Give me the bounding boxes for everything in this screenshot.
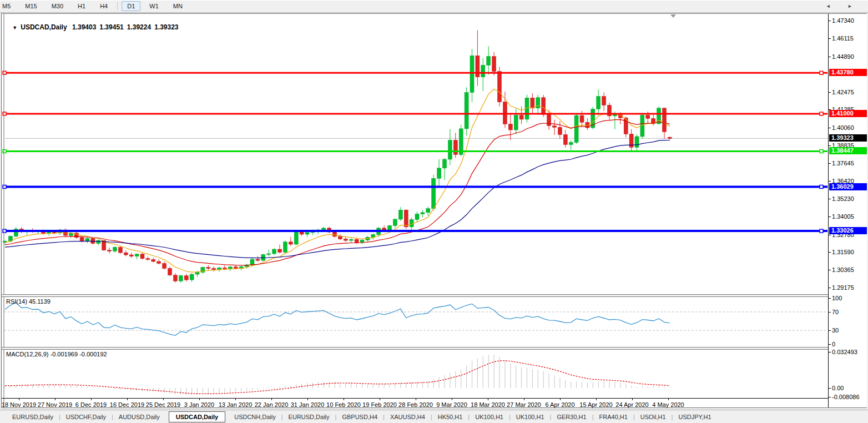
symbol-tab-eurusd-daily[interactable]: EURUSD,Daily	[7, 412, 59, 422]
chart-window: ▼USDCAD,Daily 1.394031.394511.392241.393…	[1, 13, 867, 408]
tick-mark	[829, 21, 831, 21]
date-label: 22 Jan 2020	[255, 401, 289, 408]
symbol-tab-xauusd-h4[interactable]: XAUUSD,H4	[385, 412, 431, 422]
price-tick: 1.42475	[832, 88, 854, 96]
date-label: 6 Dec 2019	[75, 401, 107, 408]
timeframe-button-m5[interactable]: M5	[0, 1, 16, 11]
chart-header: ▼USDCAD,Daily 1.394031.394511.392241.393…	[5, 16, 182, 39]
date-label: 25 Dec 2019	[146, 401, 180, 408]
tick-mark	[829, 397, 831, 397]
price-tick: 1.35230	[832, 195, 854, 203]
date-label: 10 Feb 2020	[326, 401, 361, 408]
one-click-trading-arrow-icon[interactable]: ▼	[12, 25, 17, 31]
symbol-tab-usoil-h1[interactable]: USOil,H1	[635, 412, 672, 422]
level-price-label: 1.36029	[829, 183, 867, 190]
symbol-tab-eurusd-daily[interactable]: EURUSD,Daily	[283, 412, 335, 422]
ohlc-low: 1.39224	[127, 23, 151, 31]
level-handle[interactable]	[820, 149, 823, 153]
ohlc-high: 1.39451	[99, 23, 123, 31]
date-label: 19 Feb 2020	[362, 401, 397, 408]
chart-symbol: USDCAD,Daily	[21, 23, 67, 31]
timeframe-button-mn[interactable]: MN	[168, 1, 188, 11]
tick-mark	[829, 344, 831, 345]
level-price-label: 1.41000	[829, 110, 867, 117]
tick-mark	[829, 388, 831, 389]
timeframe-button-m30[interactable]: M30	[46, 1, 69, 11]
symbol-tab-uk100-h1[interactable]: UK100,H1	[470, 412, 509, 422]
panel-separator[interactable]	[2, 347, 866, 350]
symbol-tab-usdcad-daily[interactable]: USDCAD,Daily	[169, 411, 225, 422]
tick-mark	[829, 181, 831, 182]
level-price-label: 1.43780	[829, 69, 867, 76]
x-axis-line	[2, 398, 866, 399]
rsi-scale-label: 70	[832, 308, 839, 316]
tick-mark	[829, 270, 831, 270]
date-label: 27 Mar 2020	[507, 401, 541, 408]
level-handle[interactable]	[3, 185, 6, 189]
symbol-tab-uk100-h1[interactable]: UK100,H1	[511, 412, 550, 422]
timeframe-button-d1[interactable]: D1	[122, 1, 140, 11]
rsi-label: RSI(14) 45.1139	[6, 298, 51, 305]
tick-mark	[829, 298, 831, 299]
toolbar-separator	[117, 2, 118, 11]
macd-scale-label: 0.032493	[832, 348, 857, 356]
tick-mark	[829, 352, 831, 352]
level-handle[interactable]	[3, 149, 6, 153]
tab-scroll-arrows[interactable]: ◄ ►	[826, 3, 860, 9]
level-handle[interactable]	[3, 71, 6, 74]
timeframe-button-h1[interactable]: H1	[72, 1, 91, 11]
timeframe-button-m15[interactable]: M15	[19, 1, 42, 11]
price-tick: 1.47340	[832, 17, 854, 24]
tick-mark	[829, 199, 831, 199]
price-tick: 1.37645	[832, 159, 854, 167]
level-handle[interactable]	[3, 112, 6, 115]
level-handle[interactable]	[820, 71, 823, 74]
symbol-tab-usdcnh-daily[interactable]: USDCNH,Daily	[229, 412, 281, 422]
date-label: 16 Dec 2019	[110, 401, 144, 408]
date-label: 31 Jan 2020	[291, 401, 325, 408]
date-label: 27 Nov 2019	[38, 401, 72, 408]
symbol-tab-hk50-h1[interactable]: HK50,H1	[432, 412, 468, 422]
date-label: 6 Apr 2020	[545, 401, 574, 408]
level-handle[interactable]	[820, 112, 823, 115]
current-price-label: 1.39323	[829, 134, 867, 142]
symbol-tab-ger30-h1[interactable]: GER30,H1	[551, 412, 592, 422]
symbol-tab-bar: EURUSD,Daily|USDCHF,Daily|AUDUSD,DailyUS…	[0, 410, 868, 423]
tick-mark	[829, 57, 831, 57]
level-handle[interactable]	[3, 229, 6, 233]
price-tick: 1.30365	[832, 266, 854, 274]
timeframe-button-h4[interactable]: H4	[94, 1, 113, 11]
date-label: 3 Jan 2020	[184, 401, 214, 408]
tick-mark	[829, 163, 831, 164]
timeframe-button-w1[interactable]: W1	[144, 1, 164, 11]
date-label: 9 Mar 2020	[436, 401, 467, 408]
price-tick: 1.40060	[832, 124, 854, 132]
symbol-tab-usdchf-daily[interactable]: USDCHF,Daily	[60, 412, 112, 422]
macd-scale-label: 0.00	[832, 384, 844, 392]
level-handle[interactable]	[820, 229, 823, 233]
date-label: 28 Feb 2020	[398, 401, 433, 408]
date-label: 18 Nov 2019	[2, 401, 36, 408]
price-tick: 1.29175	[832, 284, 854, 291]
panel-separator[interactable]	[2, 294, 866, 297]
symbol-tab-fra40-h1[interactable]: FRA40,H1	[594, 412, 633, 422]
macd-label: MACD(12,26,9) -0.001969 -0.000192	[6, 351, 107, 357]
tick-mark	[829, 330, 831, 331]
symbol-tab-audusd-daily[interactable]: AUDUSD,Daily	[113, 412, 165, 422]
date-label: 15 Apr 2020	[579, 401, 612, 408]
price-tick: 1.46115	[832, 34, 854, 42]
tick-mark	[829, 312, 831, 313]
level-handle[interactable]	[820, 185, 823, 189]
ohlc-open: 1.39403	[72, 23, 96, 31]
level-price-label: 1.33026	[829, 227, 867, 234]
date-label: 4 May 2020	[652, 401, 684, 408]
tick-mark	[829, 288, 831, 288]
rsi-scale-label: 30	[832, 326, 839, 334]
symbol-tab-gbpusd-h4[interactable]: GBPUSD,H4	[336, 412, 383, 422]
date-label: 24 Apr 2020	[615, 401, 648, 408]
rsi-scale-label: 0	[832, 340, 835, 348]
date-label: 13 Jan 2020	[219, 401, 253, 408]
tick-mark	[829, 128, 831, 128]
macd-scale-label: -0.008086	[832, 393, 860, 401]
symbol-tab-usdjpy-h1[interactable]: USDJPY,H1	[673, 412, 716, 422]
